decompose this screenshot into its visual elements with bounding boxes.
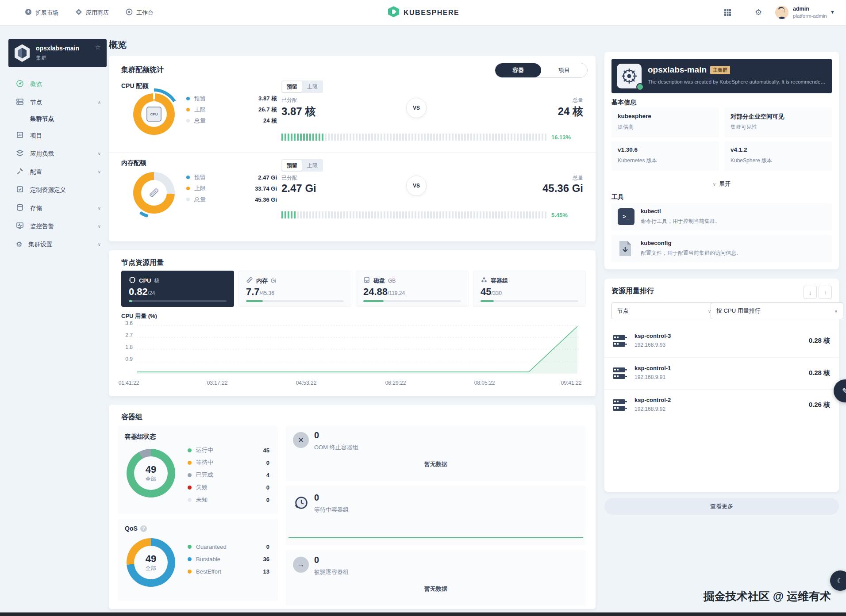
cluster-card[interactable]: opsxlabs-main 集群 ☆ [8, 39, 107, 67]
cluster-type: 集群 [36, 54, 46, 62]
memory-quota-percent: 5.45% [551, 212, 568, 218]
legend-item: 运行中45 [188, 446, 269, 454]
cluster-description: The description was created by KubeSpher… [648, 79, 826, 84]
nav-app-store[interactable]: 应用商店 [75, 0, 109, 25]
app-store-icon [75, 8, 82, 17]
mode-limit[interactable]: 上限 [303, 81, 322, 92]
tab-progress [246, 300, 344, 302]
basic-info-title: 基本信息 [611, 99, 636, 107]
server-icon [612, 398, 627, 414]
tab-pods[interactable]: 容器组 45/330 [473, 271, 586, 307]
oom-killed-icon: ✕ [293, 432, 309, 448]
memory-stick-icon [246, 276, 253, 285]
chevron-down-icon: ∨ [98, 224, 101, 229]
sidebar-item-monitoring[interactable]: 监控告警 ∨ [0, 217, 111, 235]
sidebar-item-workloads[interactable]: 应用负载 ∨ [0, 145, 111, 163]
toggle-projects[interactable]: 项目 [541, 63, 587, 77]
settings-gear-icon[interactable]: ⚙ [755, 8, 762, 17]
favorite-star-icon[interactable]: ☆ [95, 43, 101, 51]
legend-item: 失败0 [188, 483, 269, 491]
total-value: 45.36 Gi [542, 182, 583, 195]
view-more-button[interactable]: 查看更多 [604, 498, 839, 515]
y-tick: 3.6 [115, 320, 133, 326]
cluster-settings-gear-icon: ⚙ [16, 241, 22, 249]
legend-item: 预留3.87 核 [186, 95, 277, 103]
user-avatar[interactable] [775, 6, 788, 19]
cpu-chip-icon: CPU [146, 107, 162, 122]
qos-total: 49 [146, 553, 156, 565]
tab-memory[interactable]: 内存Gi 7.7/45.36 [238, 271, 351, 307]
sidebar-item-config[interactable]: 配置 ∨ [0, 163, 111, 181]
sidebar-item-cluster-settings[interactable]: ⚙ 集群设置 ∨ [0, 235, 111, 253]
x-tick: 09:41:22 [551, 380, 591, 386]
legend-dot-blue [186, 97, 190, 100]
vs-badge: VS [406, 176, 427, 196]
no-data-text: 暂无数据 [286, 585, 586, 593]
sort-descending-button[interactable]: ↓ [804, 286, 817, 299]
sidebar-item-crd[interactable]: 定制资源定义 [0, 181, 111, 199]
node-rank-row[interactable]: ksp-control-3 192.168.9.93 0.28 核 [604, 325, 839, 357]
server-icon [612, 334, 627, 350]
tab-cpu[interactable]: CPU核 0.82/24 [121, 271, 234, 307]
help-icon[interactable]: ? [140, 525, 147, 532]
tools-title: 工具 [611, 193, 624, 201]
pod-status-total: 49 [146, 464, 156, 475]
kubernetes-wheel-icon [617, 64, 642, 88]
tool-kubeconfig[interactable]: kubeconfig 配置文件，用于配置当前集群的访问信息。 [611, 235, 832, 262]
node-ip: 192.168.9.93 [634, 342, 665, 348]
user-menu-caret-icon[interactable]: ▼ [830, 9, 835, 15]
pending-clock-icon [293, 494, 310, 513]
nav-extension-market[interactable]: 扩展市场 [25, 0, 58, 25]
info-item-ks-version: v4.1.2KubeSphere 版本 [724, 141, 832, 171]
tool-kubectl[interactable]: >_ kubectl 命令行工具，用于控制当前集群。 [611, 203, 832, 230]
workloads-icon [16, 149, 24, 158]
mode-reserved[interactable]: 预留 [282, 160, 302, 171]
chevron-down-icon: ∨ [98, 151, 101, 156]
terminal-icon: >_ [618, 208, 634, 225]
oom-count: 0 [314, 430, 319, 440]
page-title: 概览 [109, 39, 127, 51]
node-cpu-usage: 0.28 核 [809, 337, 830, 345]
mode-reserved[interactable]: 预留 [282, 81, 302, 92]
kubesphere-logo: KUBESPHERE [388, 0, 459, 25]
user-name[interactable]: admin [793, 6, 809, 12]
total-label: 总量 [573, 174, 583, 182]
sidebar-item-nodes[interactable]: 节点 ∧ [0, 93, 111, 111]
pods-card: 容器组 容器组状态 49 全部 运行中45 等待中0 已完成4 失败0 未知0 … [109, 405, 596, 609]
cpu-quota-progress [281, 134, 547, 141]
sidebar-item-storage[interactable]: 存储 ∨ [0, 199, 111, 217]
allocated-label: 已分配 [281, 174, 297, 182]
node-rank-row[interactable]: ksp-control-1 192.168.9.91 0.28 核 [604, 357, 839, 390]
sort-ascending-button[interactable]: ↑ [819, 286, 832, 299]
toggle-containers[interactable]: 容器 [495, 63, 541, 77]
evicted-label: 被驱逐容器组 [314, 568, 349, 576]
expand-button[interactable]: ∨ 展开 [604, 177, 839, 191]
apps-grid-icon[interactable] [724, 9, 731, 18]
chevron-down-icon: ∨ [713, 182, 716, 187]
node-cpu-usage: 0.28 核 [809, 369, 830, 377]
x-tick: 04:53:22 [286, 380, 326, 386]
evicted-arrow-icon: → [293, 557, 309, 573]
disk-icon [363, 276, 370, 285]
legend-dot-orange [186, 187, 190, 190]
theme-moon-fab[interactable]: ☾ [830, 570, 846, 591]
info-item-visibility: 对部分企业空间可见集群可见性 [724, 107, 832, 138]
pending-flatline-chart [288, 537, 583, 538]
tab-disk[interactable]: 磁盘GB 24.88/119.24 [356, 271, 469, 307]
sidebar-item-projects[interactable]: 项目 [0, 126, 111, 145]
monitoring-icon [16, 222, 24, 231]
resource-type-select[interactable]: 节点 ∨ [611, 302, 717, 319]
mode-limit[interactable]: 上限 [303, 160, 322, 171]
resource-ranking-card: 资源用量排行 ↓ ↑ 节点 ∨ 按 CPU 用量排行 ∨ ksp-control… [604, 279, 839, 492]
nav-label: 扩展市场 [35, 9, 58, 17]
chevron-down-icon: ∨ [98, 169, 101, 174]
node-name: ksp-control-2 [634, 397, 671, 403]
nav-workbench[interactable]: 工作台 [126, 0, 154, 25]
pod-status-donut: 49 全部 [127, 449, 175, 497]
legend-dot-gray [186, 119, 190, 122]
sidebar-item-cluster-nodes[interactable]: 集群节点 [0, 111, 111, 126]
sort-metric-select[interactable]: 按 CPU 用量排行 ∨ [711, 302, 843, 319]
sidebar-item-overview[interactable]: 概览 [0, 75, 111, 93]
node-rank-row[interactable]: ksp-control-2 192.168.9.92 0.26 核 [604, 389, 839, 421]
legend-item: 上限26.7 核 [186, 106, 277, 114]
